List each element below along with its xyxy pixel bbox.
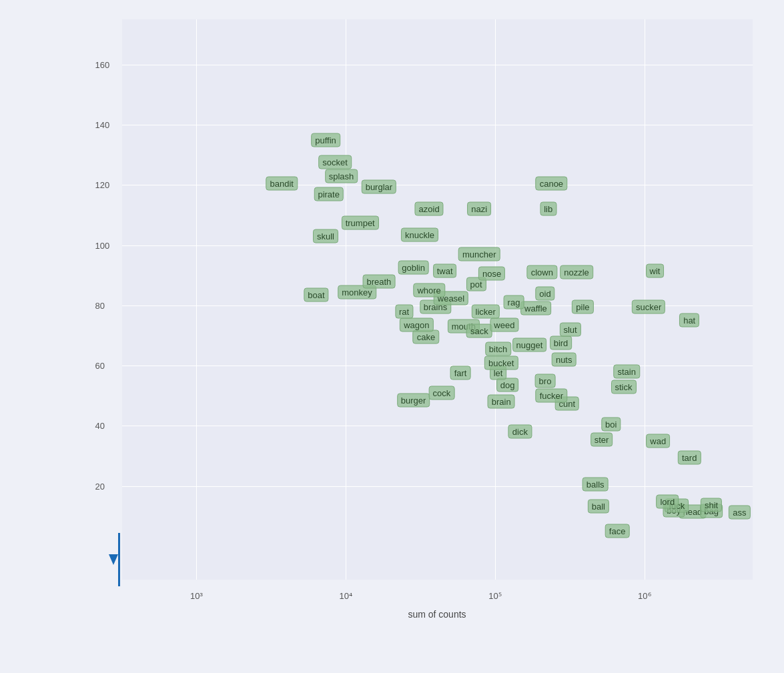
y-tick-label: 120 (95, 180, 110, 190)
word-label: weed (490, 318, 518, 332)
word-label: lord (656, 495, 679, 509)
word-label: hat (679, 313, 699, 327)
grid-line-h (122, 486, 753, 487)
word-label: dick (508, 425, 532, 439)
x-tick-label: 10⁴ (339, 591, 352, 601)
grid-line-v (196, 19, 197, 580)
word-label: clown (527, 265, 557, 279)
word-label: bucket (484, 356, 518, 370)
grid-line-h (122, 185, 753, 185)
word-label: rat (395, 304, 413, 318)
word-label: waffle (520, 301, 551, 315)
word-label: bro (535, 374, 556, 388)
y-tick-label: 80 (95, 300, 105, 310)
word-label: boat (304, 288, 328, 302)
word-label: goblin (398, 261, 429, 275)
word-label: bitch (485, 342, 511, 356)
word-label: stain (613, 365, 639, 379)
grid-line-v (346, 19, 346, 580)
grid-line-h (122, 125, 753, 125)
word-label: fucker (536, 389, 567, 403)
word-label: nuts (552, 353, 576, 367)
word-label: lib (540, 202, 556, 216)
word-label: splash (325, 169, 358, 183)
word-label: pile (572, 300, 593, 314)
grid-line-h (122, 245, 753, 246)
word-label: rag (504, 295, 524, 309)
grid-line-h (122, 366, 753, 366)
word-label: wit (646, 263, 665, 277)
grid-line-h (122, 426, 753, 426)
word-label: knuckle (401, 227, 438, 241)
word-label: puffin (311, 133, 340, 147)
word-label: balls (582, 478, 609, 492)
y-axis-label (25, 19, 79, 620)
word-label: cake (413, 330, 439, 344)
word-label: burglar (362, 179, 396, 193)
y-tick-label: 60 (95, 361, 105, 371)
word-label: burger (397, 394, 430, 408)
word-label: nozzle (560, 265, 593, 279)
y-tick-label: 140 (95, 120, 110, 130)
chart-container: 2040608010012014016010³10⁴10⁵10⁶sum of c… (0, 0, 784, 673)
word-label: breath (362, 274, 395, 288)
word-label: sucker (632, 300, 665, 314)
word-label: ster (591, 432, 613, 446)
word-label: stick (611, 380, 637, 394)
word-label: bandit (266, 177, 297, 191)
word-label: fart (450, 366, 471, 380)
word-label: slut (559, 322, 580, 336)
word-label: wagon (400, 318, 433, 332)
x-tick-label: 10⁵ (488, 591, 501, 601)
word-label: whore (413, 283, 444, 297)
y-tick-label: 20 (95, 481, 105, 491)
word-label: wad (646, 434, 670, 448)
y-tick-label: 100 (95, 240, 110, 250)
chart-area: 2040608010012014016010³10⁴10⁵10⁶sum of c… (25, 19, 759, 620)
x-tick-label: 10³ (190, 591, 203, 601)
word-label: sack (466, 324, 492, 338)
x-axis-label: sum of counts (122, 609, 753, 620)
word-label: ass (729, 506, 750, 520)
word-label: canoe (536, 177, 567, 191)
word-label: licker (472, 304, 500, 318)
grid-line-v (495, 19, 496, 580)
word-label: skull (313, 229, 338, 243)
word-label: dog (496, 378, 519, 392)
plot-wrapper: 2040608010012014016010³10⁴10⁵10⁶sum of c… (82, 19, 759, 620)
word-label: shit (701, 498, 722, 512)
word-label: boi (601, 418, 621, 432)
x-tick-label: 10⁶ (638, 591, 651, 601)
word-label: cock (429, 386, 455, 400)
word-label: ball (588, 500, 609, 514)
word-label: brain (488, 395, 515, 409)
word-label: twat (433, 263, 457, 277)
y-tick-label: 40 (95, 421, 105, 431)
word-label: nugget (512, 338, 547, 352)
word-label: socket (318, 155, 352, 169)
word-label: nazi (467, 202, 491, 216)
word-label: muncher (458, 247, 500, 261)
word-label: pirate (314, 187, 344, 201)
word-label: azoid (415, 202, 444, 216)
word-label: trumpet (342, 215, 379, 229)
word-label: bird (550, 336, 572, 350)
y-tick-label: 160 (95, 59, 110, 69)
word-label: nose (478, 267, 505, 281)
word-label: oid (535, 286, 554, 300)
word-label: face (605, 524, 630, 538)
grid-line-h (122, 65, 753, 65)
word-label: tard (678, 450, 701, 464)
